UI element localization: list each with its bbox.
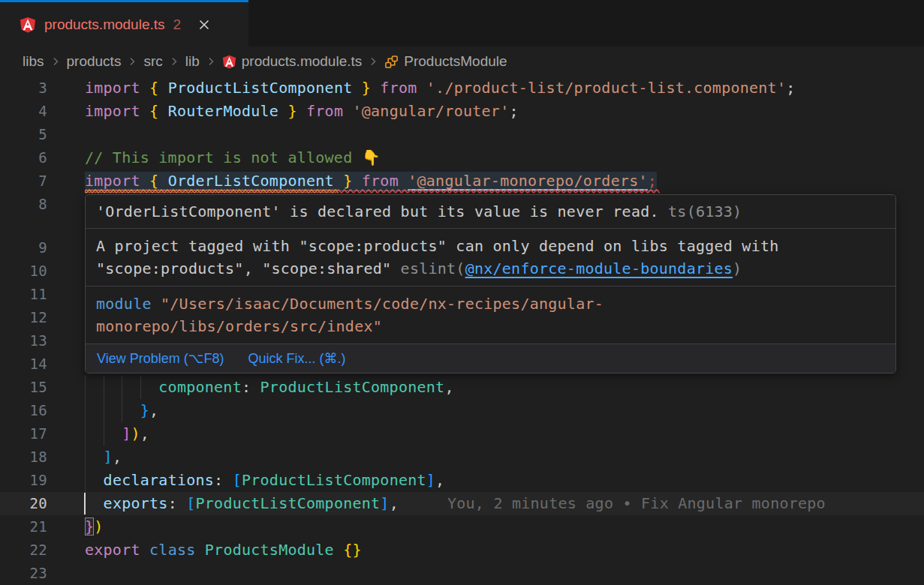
code-line[interactable]: 4import { RouterModule } from '@angular/… — [0, 100, 924, 123]
quick-fix-action[interactable]: Quick Fix... (⌘.) — [248, 350, 345, 367]
code-token: ; — [786, 79, 795, 97]
code-line-content: import { ProductListComponent } from './… — [85, 76, 795, 100]
code-token: ] — [426, 471, 435, 489]
code-token: , — [149, 401, 158, 419]
code-token: declarations — [104, 471, 215, 489]
code-token: ProductsModule — [205, 541, 343, 559]
code-token: {} — [343, 541, 362, 559]
code-token: [ — [233, 471, 242, 489]
git-blame-annotation: You, 2 minutes ago • Fix Angular monorep… — [447, 494, 826, 512]
code-token — [85, 471, 104, 489]
code-line-content: }) — [85, 515, 104, 538]
code-token: : — [242, 378, 260, 396]
code-token: } — [140, 401, 149, 419]
code-token — [85, 401, 140, 419]
module-path-section: module "/Users/isaac/Documents/code/nx-r… — [86, 286, 895, 344]
eslint-message-line2: "scope:products", "scope:shared" — [96, 260, 401, 278]
code-line-content: ]), — [85, 422, 149, 446]
line-number: 13 — [0, 329, 47, 352]
code-line[interactable]: 5 — [0, 123, 924, 146]
code-token: , — [390, 494, 399, 512]
eslint-source-close: ) — [733, 260, 742, 278]
code-token: } — [287, 102, 306, 120]
code-line[interactable]: 3import { ProductListComponent } from '.… — [0, 76, 924, 100]
code-line[interactable]: 15 component: ProductListComponent, — [0, 376, 924, 399]
module-path-line1: "/Users/isaac/Documents/code/nx-recipes/… — [152, 295, 603, 313]
eslint-source: eslint( — [401, 260, 465, 278]
code-line[interactable]: 18 ], — [0, 446, 924, 469]
text-cursor — [84, 493, 86, 514]
code-token: , — [435, 471, 444, 489]
eslint-diagnostic-section: A project tagged with "scope:products" c… — [86, 229, 895, 286]
code-token: , — [444, 378, 453, 396]
line-number: 15 — [0, 376, 47, 399]
code-line-content: declarations: [ProductListComponent], — [85, 469, 444, 492]
code-token: ] — [104, 448, 113, 466]
diagnostic-code: ts(6133) — [659, 202, 742, 220]
line-number: 14 — [0, 352, 47, 376]
code-token: ; — [509, 102, 518, 120]
code-token: , — [113, 448, 122, 466]
code-token: ) — [131, 424, 140, 442]
code-line[interactable]: 17 ]), — [0, 422, 924, 446]
code-line[interactable]: 20 exports: [ProductListComponent],You, … — [0, 492, 924, 515]
line-number: 12 — [0, 306, 47, 329]
code-token: { — [149, 102, 168, 120]
code-line-content: ], — [85, 446, 122, 469]
hover-status-bar: View Problem (⌥F8)Quick Fix... (⌘.) — [86, 344, 895, 373]
code-token: class — [149, 541, 205, 559]
code-token: ] — [380, 494, 389, 512]
code-line[interactable]: 22export class ProductsModule {} — [0, 538, 924, 562]
line-number: 18 — [0, 446, 47, 469]
code-token — [85, 378, 158, 396]
code-token: ProductListComponent — [260, 378, 445, 396]
eslint-rule-link[interactable]: @nx/enforce-module-boundaries — [465, 260, 733, 278]
code-token: RouterModule — [168, 102, 288, 120]
module-keyword: module — [96, 295, 152, 313]
line-number: 11 — [0, 283, 47, 306]
line-number: 9 — [0, 236, 47, 260]
code-line[interactable]: 21}) — [0, 515, 924, 538]
line-number: 17 — [0, 422, 47, 446]
code-token: './product-list/product-list.component' — [426, 79, 786, 97]
eslint-message-line1: A project tagged with "scope:products" c… — [96, 237, 779, 255]
line-number: 10 — [0, 260, 47, 283]
code-token: { — [149, 79, 168, 97]
code-line-content: exports: [ProductListComponent],You, 2 m… — [85, 492, 826, 515]
code-token: // This import is not allowed 👇 — [85, 148, 381, 166]
code-token — [85, 494, 104, 512]
code-token: ProductListComponent — [196, 494, 381, 512]
line-number: 20 — [0, 492, 47, 515]
line-number: 6 — [0, 146, 47, 170]
ts-diagnostic-section: 'OrderListComponent' is declared but its… — [86, 195, 895, 229]
code-line[interactable]: 19 declarations: [ProductListComponent], — [0, 469, 924, 492]
code-line[interactable]: 23 — [0, 562, 924, 585]
line-number: 23 — [0, 562, 47, 585]
code-token: [ — [186, 494, 195, 512]
diagnostic-message: 'OrderListComponent' is declared but its… — [96, 202, 659, 220]
code-line-content: }, — [85, 399, 158, 422]
line-number: 19 — [0, 469, 47, 492]
code-line[interactable]: 16 }, — [0, 399, 924, 422]
code-line-content: component: ProductListComponent, — [85, 376, 454, 399]
code-token: exports — [104, 494, 168, 512]
code-token — [85, 424, 122, 442]
code-line-content: // This import is not allowed 👇 — [85, 146, 381, 170]
line-number: 5 — [0, 123, 47, 146]
code-line[interactable]: 6// This import is not allowed 👇 — [0, 146, 924, 170]
code-token: from — [306, 102, 352, 120]
code-line[interactable]: 7import { OrderListComponent } from '@an… — [0, 170, 924, 193]
code-token: , — [140, 424, 149, 442]
code-token: : — [168, 494, 187, 512]
code-token: : — [214, 471, 233, 489]
line-number: 21 — [0, 515, 47, 538]
error-hover-popup: 'OrderListComponent' is declared but its… — [85, 194, 896, 374]
code-token: ProductListComponent — [168, 79, 362, 97]
code-token: ] — [122, 424, 131, 442]
line-number: 4 — [0, 100, 47, 123]
code-line-content: export class ProductsModule {} — [85, 538, 362, 562]
code-token: ) — [94, 518, 103, 536]
code-token: from — [380, 79, 426, 97]
view-problem-action[interactable]: View Problem (⌥F8) — [97, 350, 224, 367]
line-number: 16 — [0, 399, 47, 422]
